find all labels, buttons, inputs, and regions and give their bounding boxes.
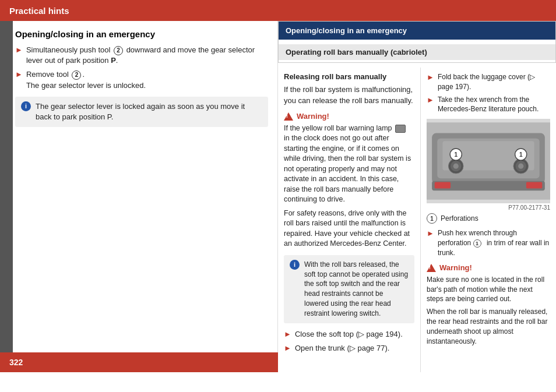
page-number: 322	[9, 358, 23, 367]
bullet-text-2: Remove tool 2. The gear selector lever i…	[26, 69, 146, 90]
bullet-item-2: ► Remove tool 2. The gear selector lever…	[15, 69, 268, 90]
info-box-rollbar: i With the roll bars released, the soft …	[284, 255, 414, 323]
bullet-hex-text: Take the hex wrench from the Mercedes-Be…	[438, 95, 550, 115]
warning-triangle-right	[427, 264, 436, 272]
left-sidebar-bar	[0, 21, 13, 372]
middle-col: Releasing roll bars manually If the roll…	[278, 68, 421, 372]
warning-lamp-icon	[395, 125, 406, 133]
bullet-label-trunk: Open the trunk (▷ page 77).	[295, 343, 389, 354]
left-section-title: Opening/closing in an emergency	[15, 29, 268, 39]
info-box-gear: i The gear selector lever is locked agai…	[15, 97, 268, 127]
blue-banner: Opening/closing in an emergency	[279, 22, 555, 40]
svg-text:1: 1	[519, 151, 523, 158]
svg-rect-15	[435, 182, 451, 189]
perfo-text: Perforations	[441, 214, 478, 223]
info-icon-2: i	[290, 260, 300, 270]
svg-rect-16	[526, 182, 542, 189]
svg-point-11	[518, 164, 523, 169]
bullet-fold: ► Fold back the luggage cover (▷ page 19…	[427, 72, 550, 92]
subsection-label: Operating roll bars manually (cabriolet)	[286, 48, 427, 56]
info-text-rollbar: With the roll bars released, the soft to…	[304, 260, 409, 319]
header-title: Practical hints	[9, 6, 69, 16]
page-header: Practical hints	[0, 0, 556, 21]
tool-circle-1: 2	[114, 46, 123, 55]
image-ref: P77.00-2177-31	[427, 204, 550, 211]
bullet-fold-text: Fold back the luggage cover (▷ page 197)…	[438, 72, 550, 92]
warning-title-right: Warning!	[427, 263, 550, 273]
warning-text2: in the clock does not go out after start…	[284, 134, 411, 203]
svg-point-6	[453, 164, 459, 169]
bullet-arrow-push: ►	[427, 228, 434, 257]
bullet-arrow-1: ►	[15, 45, 23, 66]
left-content: Opening/closing in an emergency ► Simult…	[15, 29, 268, 127]
push-circle: 1	[473, 239, 481, 248]
bullet-push-text: Push hex wrench through perforation 1 in…	[438, 228, 550, 257]
bullet-text-1: Simultaneously push tool 2 downward and …	[26, 45, 268, 66]
releasing-title: Releasing roll bars manually	[284, 72, 414, 81]
left-column: Opening/closing in an emergency ► Simult…	[0, 21, 278, 372]
info-icon-1: i	[21, 101, 31, 111]
warning-text1: If the yellow roll bar warning lamp	[284, 124, 394, 132]
bullet-arrow-hex: ►	[427, 95, 434, 115]
page-footer: 322	[0, 352, 278, 372]
car-svg: 1 1	[427, 119, 550, 203]
warning-label-right: Warning!	[439, 263, 472, 273]
warning-text-right-2: When the roll bar is manually released, …	[427, 307, 550, 346]
bullet-arrow-2: ►	[15, 69, 23, 90]
tool-circle-2: 2	[72, 70, 81, 80]
bullet-arrow-trunk: ►	[284, 343, 291, 354]
emergency-box: Opening/closing in an emergency Operatin…	[278, 21, 556, 63]
info-text-gear: The gear selector lever is locked again …	[36, 101, 262, 122]
bullet-arrow-fold: ►	[427, 72, 434, 92]
right-area: Opening/closing in an emergency Operatin…	[278, 21, 556, 372]
releasing-text: If the roll bar system is malfunctioning…	[284, 84, 414, 107]
warning-box-1: Warning! If the yellow roll bar warning …	[284, 111, 414, 249]
perfo-label: 1 Perforations	[427, 213, 550, 224]
bullet-item-1: ► Simultaneously push tool 2 downward an…	[15, 45, 268, 66]
two-cols: Releasing roll bars manually If the roll…	[278, 68, 556, 372]
warning-title-1: Warning!	[284, 111, 414, 122]
bullet-open-trunk: ► Open the trunk (▷ page 77).	[284, 343, 414, 354]
subsection-title: Operating roll bars manually (cabriolet)	[279, 44, 555, 60]
perfo-circle: 1	[427, 213, 437, 224]
right-col: ► Fold back the luggage cover (▷ page 19…	[421, 68, 556, 372]
bullet-arrow-close: ►	[284, 329, 291, 340]
warning-triangle-1	[284, 112, 293, 121]
warning-text3: For safety reasons, drive only with the …	[284, 209, 414, 249]
warning-content-1: If the yellow roll bar warning lamp in t…	[284, 123, 414, 205]
svg-text:1: 1	[454, 151, 458, 158]
bullet-hex: ► Take the hex wrench from the Mercedes-…	[427, 95, 550, 115]
bullet-label-close: Close the soft top (▷ page 194).	[295, 329, 403, 340]
bullet-close-top: ► Close the soft top (▷ page 194).	[284, 329, 414, 340]
car-trunk-image: 1 1	[427, 119, 550, 203]
warning-box-right: Warning! Make sure no one is located in …	[427, 263, 550, 347]
bullet-push: ► Push hex wrench through perforation 1 …	[427, 228, 550, 257]
warning-label-1: Warning!	[297, 111, 329, 122]
warning-text-right-1: Make sure no one is located in the roll …	[427, 275, 550, 304]
